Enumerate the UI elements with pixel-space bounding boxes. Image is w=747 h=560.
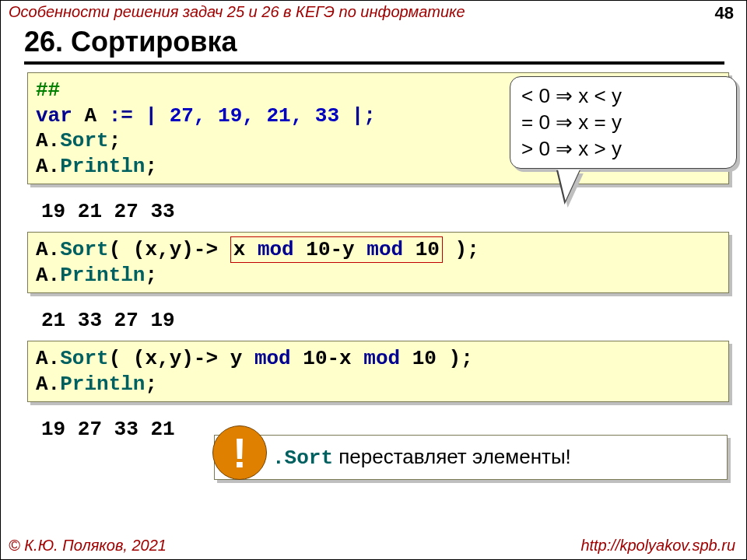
code-text: ; [145, 264, 157, 287]
code-text: 10 [403, 238, 440, 261]
code-text: ; [145, 373, 157, 396]
code-text: Sort [60, 347, 108, 370]
kw-mod: mod [258, 238, 294, 261]
callout-row: > 0 [521, 137, 556, 160]
callout-row: x > y [573, 137, 622, 160]
footer-url: http://kpolyakov.spb.ru [580, 537, 735, 555]
code-text: A [72, 104, 109, 128]
code-text: ( (x,y)-> [109, 238, 230, 261]
code-text: ; [109, 129, 121, 152]
code-text: x [233, 238, 258, 261]
kw-mod: mod [366, 238, 403, 261]
callout-row: = 0 [521, 110, 556, 134]
code-text: 10-y [294, 238, 367, 261]
code-text: Println [60, 155, 145, 178]
code-text: ( (x,y)-> y [109, 347, 254, 370]
footer-copyright: © К.Ю. Поляков, 2021 [9, 537, 167, 555]
output-2: 21 33 27 19 [41, 309, 175, 332]
callout-row: < 0 [521, 84, 556, 107]
callout-row: x = y [573, 110, 622, 134]
code-text: |; [339, 104, 376, 128]
code-text: A. [36, 264, 60, 287]
code-text: Sort [60, 129, 108, 152]
implies-icon: ⇒ [556, 137, 573, 160]
code-text: ; [145, 155, 157, 178]
callout-box: < 0 ⇒ x < y = 0 ⇒ x = y > 0 ⇒ x > y [510, 76, 737, 169]
exclamation-icon: ! [212, 425, 267, 480]
output-3: 19 27 33 21 [41, 418, 175, 441]
code-block-3: A.Sort( (x,y)-> y mod 10-x mod 10 ); A.P… [27, 341, 729, 402]
slide: Особенности решения задач 25 и 26 в КЕГЭ… [0, 0, 747, 560]
code-text: 10-x [291, 347, 364, 370]
code-text: A. [36, 238, 60, 261]
code-text: A. [36, 373, 60, 396]
code-text: ); [443, 238, 479, 261]
note-code: .Sort [272, 446, 333, 470]
code-text: Sort [60, 238, 108, 261]
code-text: 10 ); [400, 347, 473, 370]
implies-icon: ⇒ [556, 110, 573, 134]
slide-heading: 26. Сортировка [24, 26, 237, 58]
kw-mod: mod [363, 347, 400, 370]
code-text: ## [36, 79, 60, 102]
code-text: Println [60, 373, 145, 396]
output-1: 19 21 27 33 [41, 200, 175, 223]
page-number: 48 [715, 3, 734, 23]
kw-var: var [36, 104, 72, 128]
code-text: := | [109, 104, 170, 128]
heading-rule [24, 61, 724, 65]
code-block-2: A.Sort( (x,y)-> x mod 10-y mod 10 ); A.P… [27, 232, 729, 293]
callout-row: x < y [573, 84, 622, 107]
code-text: A. [36, 347, 60, 370]
implies-icon: ⇒ [556, 84, 573, 107]
note-text: переставляет элементы! [333, 445, 571, 468]
course-subtitle: Особенности решения задач 25 и 26 в КЕГЭ… [9, 3, 465, 21]
code-text: 27, 19, 21, 33 [170, 104, 339, 128]
code-text: A. [36, 155, 60, 178]
note-box: ! .Sort переставляет элементы! [214, 435, 728, 480]
code-text: A. [36, 129, 60, 152]
highlight-box: x mod 10-y mod 10 [230, 236, 443, 263]
code-text: Println [60, 264, 145, 287]
kw-mod: mod [254, 347, 291, 370]
